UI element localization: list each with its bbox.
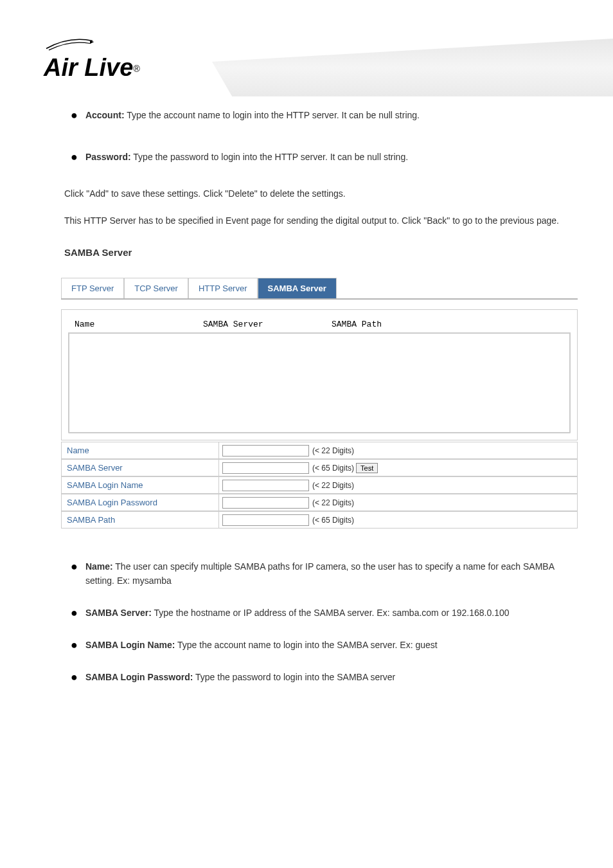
label-path: SAMBA Path xyxy=(62,512,219,528)
tab-ftp[interactable]: FTP Server xyxy=(61,278,124,298)
bullet-icon: ● xyxy=(71,606,78,620)
bullet-icon: ● xyxy=(71,150,78,164)
post-note: Click "Add" to save these settings. Clic… xyxy=(64,186,574,201)
hint-path: (< 65 Digits) xyxy=(312,516,354,525)
login-input[interactable] xyxy=(222,480,309,491)
logo-text: Air Live xyxy=(44,54,133,81)
samba-title: SAMBA Server xyxy=(64,247,574,258)
bullet-icon: ● xyxy=(71,638,78,652)
tab-samba[interactable]: SAMBA Server xyxy=(258,278,337,298)
col-path: SAMBA Path xyxy=(332,320,564,329)
password-input[interactable] xyxy=(222,497,309,509)
hint-server: (< 65 Digits) xyxy=(312,464,354,473)
tab-bar: FTP Server TCP Server HTTP Server SAMBA … xyxy=(61,278,578,300)
samba-content: Name SAMBA Server SAMBA Path xyxy=(61,309,578,440)
bullet-login-desc: SAMBA Login Name: Type the account name … xyxy=(85,638,438,652)
server-input[interactable] xyxy=(222,462,309,474)
logo: Air Live® xyxy=(44,35,140,82)
col-name: Name xyxy=(75,320,203,329)
header-banner xyxy=(212,39,613,96)
subtitle-text: This HTTP Server has to be specified in … xyxy=(64,213,574,228)
label-server: SAMBA Server xyxy=(62,460,219,476)
label-login: SAMBA Login Name xyxy=(62,477,219,493)
bullet-icon: ● xyxy=(71,108,78,122)
bullet-account: Account: Type the account name to login … xyxy=(85,108,420,122)
hint-name: (< 22 Digits) xyxy=(312,446,354,455)
tab-http[interactable]: HTTP Server xyxy=(188,278,258,298)
bullet-password-desc: SAMBA Login Password: Type the password … xyxy=(85,670,395,684)
label-name: Name xyxy=(62,442,219,458)
bullet-icon: ● xyxy=(71,559,78,588)
bullet-icon: ● xyxy=(71,670,78,684)
registered-icon: ® xyxy=(133,64,139,74)
svg-marker-0 xyxy=(90,41,94,44)
bullet-server-desc: SAMBA Server: Type the hostname or IP ad… xyxy=(85,606,510,620)
col-server: SAMBA Server xyxy=(203,320,332,329)
tab-tcp[interactable]: TCP Server xyxy=(124,278,188,298)
name-input[interactable] xyxy=(222,445,309,457)
logo-arc-icon xyxy=(44,35,95,51)
path-input[interactable] xyxy=(222,514,309,526)
hint-login: (< 22 Digits) xyxy=(312,481,354,490)
list-area xyxy=(68,334,571,433)
label-password: SAMBA Login Password xyxy=(62,494,219,511)
hint-password: (< 22 Digits) xyxy=(312,498,354,507)
bullet-password: Password: Type the password to login int… xyxy=(85,150,408,164)
list-header: Name SAMBA Server SAMBA Path xyxy=(68,316,571,334)
bullet-name-desc: Name: The user can specify multiple SAMB… xyxy=(85,559,574,588)
test-button[interactable]: Test xyxy=(356,463,378,473)
